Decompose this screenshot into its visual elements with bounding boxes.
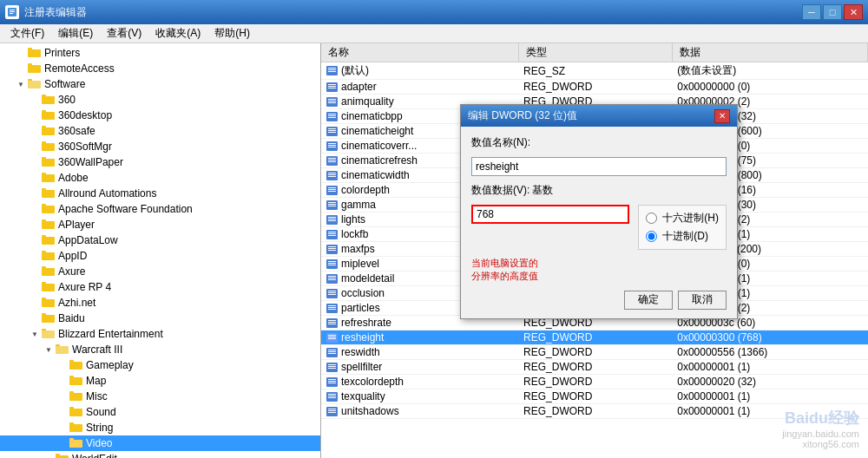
reg-icon <box>326 363 339 373</box>
svg-rect-99 <box>328 176 336 177</box>
tree-item-worldedit[interactable]: WorldEdit <box>0 451 320 458</box>
svg-rect-13 <box>42 112 55 120</box>
table-row[interactable]: spellfilterREG_DWORD0x00000001 (1) <box>321 360 868 375</box>
folder-icon-axure <box>42 265 56 279</box>
svg-rect-132 <box>326 304 338 313</box>
tree-item-axure[interactable]: Axure <box>0 264 320 279</box>
field-data-label: 数值数据(V): <box>471 183 532 198</box>
tree-item-blizzard[interactable]: ▼Blizzard Entertainment <box>0 326 320 342</box>
tree-item-remoteaccess[interactable]: RemoteAccess <box>0 61 320 76</box>
tree-item-video[interactable]: Video <box>0 435 320 451</box>
tree-label-printers: Printers <box>44 47 80 59</box>
close-button[interactable]: ✕ <box>844 4 863 20</box>
svg-rect-105 <box>328 202 336 203</box>
svg-rect-116 <box>326 245 338 254</box>
svg-rect-92 <box>326 156 338 166</box>
svg-rect-1 <box>10 10 15 10</box>
table-row[interactable]: resheightREG_DWORD0x00000300 (768) <box>321 330 868 345</box>
svg-rect-39 <box>42 315 55 323</box>
table-row[interactable]: texqualityREG_DWORD0x00000001 (1) <box>321 389 868 404</box>
tree-label-360: 360 <box>58 94 76 106</box>
cell-type: REG_DWORD <box>518 345 672 360</box>
svg-rect-68 <box>326 66 338 75</box>
tree-item-apache[interactable]: Apache Software Foundation <box>0 201 320 217</box>
modal-body: 数值名称(N): 数值数据(V): 基数 十六进制(H) 十进制(D) <box>461 127 737 318</box>
reg-icon <box>326 289 339 299</box>
svg-rect-11 <box>42 96 55 104</box>
table-row[interactable]: adapterREG_DWORD0x00000000 (0) <box>321 80 868 95</box>
radio-hex-label[interactable]: 十六进制(H) <box>646 211 719 226</box>
tree-item-appdata[interactable]: AppDataLow <box>0 232 320 248</box>
tree-item-map[interactable]: Map <box>0 373 320 389</box>
menu-edit[interactable]: 编辑(E) <box>51 24 100 43</box>
modal-close-button[interactable]: ✕ <box>714 109 730 123</box>
table-row[interactable]: reswidthREG_DWORD0x00000556 (1366) <box>321 345 868 360</box>
tree-item-360safe[interactable]: 360safe <box>0 123 320 139</box>
svg-rect-163 <box>328 412 336 413</box>
tree-arrow-blizzard[interactable]: ▼ <box>28 327 42 341</box>
svg-rect-84 <box>326 127 338 136</box>
tree-item-aplayer[interactable]: APlayer <box>0 217 320 232</box>
tree-item-misc[interactable]: Misc <box>0 389 320 404</box>
radio-hex-text: 十六进制(H) <box>662 211 719 226</box>
field-name-input-row <box>471 157 727 176</box>
svg-rect-49 <box>69 393 82 401</box>
cell-name: adapter <box>321 80 518 95</box>
svg-rect-140 <box>326 333 338 343</box>
minimize-button[interactable]: ─ <box>802 4 821 20</box>
field-name-input[interactable] <box>471 157 727 176</box>
tree-item-allround[interactable]: Allround Automations <box>0 186 320 201</box>
radio-hex[interactable] <box>646 213 657 224</box>
maximize-button[interactable]: □ <box>823 4 842 20</box>
svg-rect-101 <box>328 187 336 188</box>
tree-arrow-warcraft3[interactable]: ▼ <box>42 343 56 357</box>
table-row[interactable]: (默认)REG_SZ(数值未设置) <box>321 62 868 80</box>
menu-help[interactable]: 帮助(H) <box>207 24 257 43</box>
cancel-button[interactable]: 取消 <box>678 291 727 310</box>
svg-rect-93 <box>328 158 336 159</box>
modal-title-bar: 编辑 DWORD (32 位)值 ✕ <box>461 105 737 127</box>
menu-favorites[interactable]: 收藏夹(A) <box>148 24 207 43</box>
tree-item-360softmgr[interactable]: 360SoftMgr <box>0 139 320 154</box>
svg-rect-123 <box>328 265 336 265</box>
tree-item-azhi[interactable]: Azhi.net <box>0 295 320 311</box>
radio-decimal-label[interactable]: 十进制(D) <box>646 229 719 244</box>
menu-view[interactable]: 查看(V) <box>100 24 148 43</box>
table-row[interactable]: unitshadowsREG_DWORD0x00000001 (1) <box>321 404 868 419</box>
svg-rect-136 <box>326 318 338 328</box>
menu-file[interactable]: 文件(F) <box>3 24 51 43</box>
tree-item-appid[interactable]: AppID <box>0 248 320 264</box>
field-data-input[interactable] <box>471 205 629 224</box>
tree-item-warcraft3[interactable]: ▼Warcraft III <box>0 342 320 357</box>
confirm-button[interactable]: 确定 <box>624 291 673 310</box>
tree-item-adobe[interactable]: Adobe <box>0 170 320 186</box>
radio-decimal-text: 十进制(D) <box>662 229 708 244</box>
tree-item-360[interactable]: 360 <box>0 92 320 108</box>
svg-rect-96 <box>326 171 338 180</box>
tree-item-string[interactable]: String <box>0 420 320 435</box>
cell-type: REG_DWORD <box>518 375 672 389</box>
tree-panel[interactable]: PrintersRemoteAccess▼Software360360deskt… <box>0 43 321 458</box>
tree-item-360wallpaper[interactable]: 360WallPaper <box>0 154 320 170</box>
svg-rect-103 <box>328 191 336 192</box>
tree-item-axurep4[interactable]: Axure RP 4 <box>0 279 320 295</box>
tree-label-misc: Misc <box>86 390 108 402</box>
tree-item-software[interactable]: ▼Software <box>0 76 320 92</box>
tree-label-allround: Allround Automations <box>58 187 156 200</box>
svg-rect-87 <box>328 132 336 133</box>
edit-dword-modal: 编辑 DWORD (32 位)值 ✕ 数值名称(N): 数值数据(V): 基数 … <box>460 104 738 319</box>
reg-icon <box>326 274 339 285</box>
tree-item-printers[interactable]: Printers <box>0 45 320 61</box>
tree-item-gameplay[interactable]: Gameplay <box>0 357 320 373</box>
table-row[interactable]: texcolordepthREG_DWORD0x00000020 (32) <box>321 375 868 389</box>
tree-item-360desktop[interactable]: 360desktop <box>0 108 320 123</box>
svg-rect-2 <box>10 11 15 12</box>
svg-rect-29 <box>42 237 55 245</box>
tree-arrow-software[interactable]: ▼ <box>14 77 28 91</box>
svg-rect-131 <box>328 294 336 295</box>
tree-item-sound[interactable]: Sound <box>0 404 320 420</box>
tree-item-baidu[interactable]: Baidu <box>0 311 320 326</box>
svg-rect-118 <box>328 248 336 249</box>
radio-decimal[interactable] <box>646 231 657 242</box>
svg-rect-142 <box>328 337 336 337</box>
